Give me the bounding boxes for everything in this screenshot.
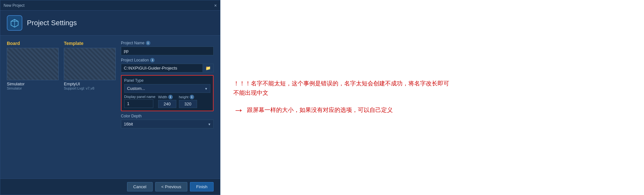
cube-icon xyxy=(10,18,19,27)
template-label: Template xyxy=(64,41,116,46)
panel-type-group: Panel Type Custom... 480x272 800x480 102… xyxy=(124,78,210,93)
dialog-body: Board Simulator Simulator Template Empty… xyxy=(0,36,220,179)
close-button[interactable]: × xyxy=(214,3,217,8)
display-panel-name-field: Display panel name xyxy=(124,95,156,108)
project-name-label: Project Name ℹ xyxy=(121,41,214,45)
height-label: height ℹ xyxy=(179,95,197,99)
annotation-text-2: 不能出现中文 xyxy=(233,88,631,98)
width-input[interactable] xyxy=(158,100,176,108)
panel-type-label: Panel Type xyxy=(124,78,210,83)
form-panel: Project Name ℹ Project Location ℹ 📁 xyxy=(121,41,214,128)
annotation-arrow-row-2: → 跟屏幕一样的大小，如果没有对应的选项，可以自己定义 xyxy=(233,104,631,116)
height-input[interactable] xyxy=(179,100,197,108)
width-field: Width ℹ xyxy=(158,95,176,108)
display-panel-name-input[interactable] xyxy=(124,99,153,108)
template-name: EmptyUI xyxy=(64,81,116,86)
width-info-icon[interactable]: ℹ xyxy=(168,95,173,99)
project-location-group: Project Location ℹ 📁 xyxy=(121,58,214,72)
project-name-info-icon[interactable]: ℹ xyxy=(146,41,150,45)
previous-button[interactable]: < Previous xyxy=(155,182,188,191)
project-icon xyxy=(7,15,22,31)
annotation-block-1: ！！！名字不能太短，这个事例是错误的，名字太短会创建不成功，将名字改长即可 不能… xyxy=(233,79,631,98)
panel-type-select[interactable]: Custom... 480x272 800x480 1024x600 xyxy=(124,84,210,93)
board-thumbnail xyxy=(7,48,59,80)
annotation-text-3: 跟屏幕一样的大小，如果没有对应的选项，可以自己定义 xyxy=(247,105,393,115)
finish-button[interactable]: Finish xyxy=(190,182,214,191)
project-name-group: Project Name ℹ xyxy=(121,41,214,55)
display-panel-name-label: Display panel name xyxy=(124,95,156,99)
color-depth-group: Color Depth 16bit 32bit 8bit ▼ xyxy=(121,114,214,128)
project-name-input[interactable] xyxy=(121,47,214,55)
project-location-info-icon[interactable]: ℹ xyxy=(150,58,155,62)
dialog-header: Project Settings xyxy=(0,11,220,36)
panel-section: Panel Type Custom... 480x272 800x480 102… xyxy=(121,75,214,111)
folder-browse-button[interactable]: 📁 xyxy=(203,64,214,72)
board-template-row: Board Simulator Simulator Template Empty… xyxy=(7,41,214,128)
height-info-icon[interactable]: ℹ xyxy=(190,95,194,99)
color-depth-label: Color Depth xyxy=(121,114,214,118)
panel-type-select-wrapper: Custom... 480x272 800x480 1024x600 ▼ xyxy=(124,84,210,93)
project-location-label: Project Location ℹ xyxy=(121,58,214,62)
panel-dimensions-row: Display panel name Width ℹ xyxy=(124,95,210,108)
dialog-titlebar: New Project × xyxy=(0,0,220,11)
board-sublabel: Simulator xyxy=(7,86,59,90)
annotation-text-1: ！！！名字不能太短，这个事例是错误的，名字太短会创建不成功，将名字改长即可 xyxy=(233,79,631,88)
dialog-header-title: Project Settings xyxy=(27,19,77,27)
annotation-panel: ！！！名字不能太短，这个事例是错误的，名字太短会创建不成功，将名字改长即可 不能… xyxy=(220,0,644,195)
height-field: height ℹ xyxy=(179,95,197,108)
template-sublabel: Support Lvgl: v7,v8 xyxy=(64,86,116,90)
board-column: Board Simulator Simulator xyxy=(7,41,59,128)
red-arrow-icon-2: → xyxy=(233,104,244,116)
color-depth-select[interactable]: 16bit 32bit 8bit xyxy=(121,120,214,128)
template-column: Template EmptyUI Support Lvgl: v7,v8 xyxy=(64,41,116,128)
project-location-input-row: 📁 xyxy=(121,64,214,72)
template-thumbnail xyxy=(64,48,116,80)
board-name: Simulator xyxy=(7,81,59,86)
width-label: Width ℹ xyxy=(158,95,176,99)
dialog-footer: Cancel < Previous Finish xyxy=(0,179,220,195)
new-project-dialog: New Project × Project Settings Board Sim… xyxy=(0,0,220,195)
board-label: Board xyxy=(7,41,59,46)
project-location-input[interactable] xyxy=(121,64,203,72)
dialog-title: New Project xyxy=(4,3,25,8)
color-depth-select-wrapper: 16bit 32bit 8bit ▼ xyxy=(121,120,214,128)
cancel-button[interactable]: Cancel xyxy=(127,182,152,191)
